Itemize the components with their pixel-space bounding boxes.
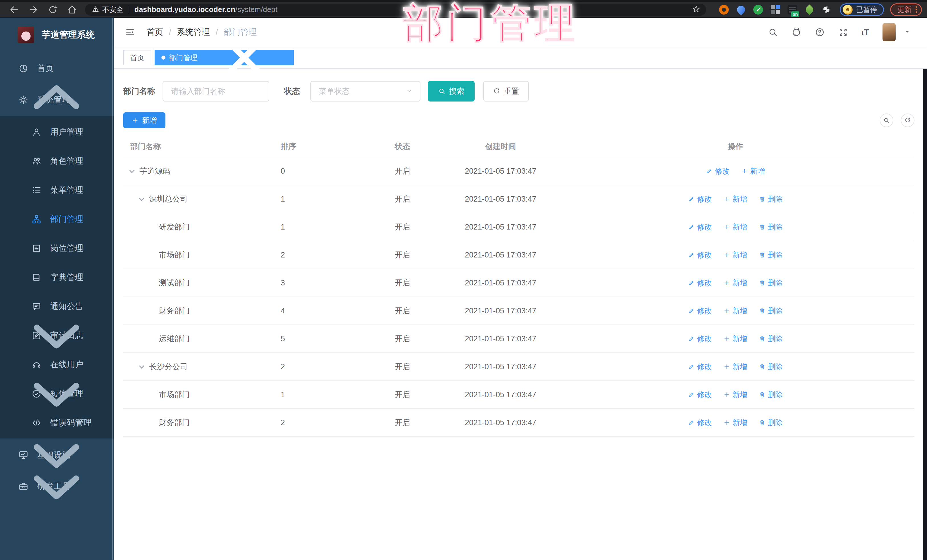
sidebar-item-短信管理[interactable]: 短信管理: [0, 379, 114, 408]
extension-blue-drop-icon[interactable]: [736, 5, 746, 15]
reset-button[interactable]: 重置: [483, 81, 529, 102]
chevron-down-icon: [14, 443, 99, 530]
sidebar-item-系统管理[interactable]: 系统管理: [0, 85, 114, 115]
tab-首页[interactable]: 首页: [123, 50, 151, 65]
expand-arrow-icon[interactable]: [139, 363, 144, 369]
table-row: 芋道源码0开启2021-01-05 17:03:47修改新增: [123, 157, 915, 185]
sidebar-item-审计日志[interactable]: 审计日志: [0, 321, 114, 350]
add-action-link[interactable]: 新增: [723, 278, 747, 288]
hamburger-icon[interactable]: [124, 26, 136, 38]
delete-action-link[interactable]: 删除: [759, 222, 783, 232]
dept-created: 2021-01-05 17:03:47: [445, 307, 556, 316]
expand-arrow-icon[interactable]: [139, 196, 144, 201]
sidebar-item-字典管理[interactable]: 字典管理: [0, 263, 114, 292]
sidebar-item-菜单管理[interactable]: 菜单管理: [0, 176, 114, 205]
trash-icon: [759, 307, 766, 314]
expand-arrow-icon[interactable]: [129, 168, 134, 173]
sidebar-item-岗位管理[interactable]: 岗位管理: [0, 234, 114, 263]
edit-icon: [688, 391, 695, 398]
edit-action-link[interactable]: 修改: [688, 390, 712, 400]
delete-action-link[interactable]: 删除: [759, 306, 783, 316]
add-action-link[interactable]: 新增: [723, 418, 747, 428]
refresh-table-button[interactable]: [901, 114, 915, 127]
dept-status: 开启: [388, 306, 445, 316]
sidebar-item-部门管理[interactable]: 部门管理: [0, 205, 114, 234]
list-icon: [31, 185, 42, 195]
breadcrumb-item: 部门管理: [223, 27, 257, 38]
address-bar[interactable]: 不安全 dashboard.yudao.iocoder.cn /system/d…: [85, 4, 706, 16]
extension-puzzle-icon[interactable]: [821, 5, 832, 15]
edit-icon: [688, 363, 695, 370]
fullscreen-icon[interactable]: [838, 27, 848, 37]
delete-action-link[interactable]: 删除: [759, 334, 783, 344]
app-title: 芋道管理系统: [42, 29, 95, 41]
browser-menu-icon[interactable]: [916, 6, 917, 13]
browser-back-button[interactable]: [8, 3, 21, 16]
edit-action-link[interactable]: 修改: [688, 334, 712, 344]
edit-action-link[interactable]: 修改: [688, 222, 712, 232]
browser-forward-button[interactable]: [27, 3, 40, 16]
add-action-link[interactable]: 新增: [723, 194, 747, 204]
main-area: 首页/系统管理/部门管理 tT 首页部门管理 部门名称 状态: [114, 18, 927, 560]
edit-action-link[interactable]: 修改: [688, 418, 712, 428]
add-action-link[interactable]: 新增: [723, 362, 747, 372]
not-secure-warning-icon: [92, 5, 99, 14]
sidebar-logo[interactable]: 芋道管理系统: [0, 18, 114, 52]
sidebar-item-角色管理[interactable]: 角色管理: [0, 147, 114, 176]
sidebar-item-研发工具[interactable]: 研发工具: [0, 472, 114, 501]
add-action-link[interactable]: 新增: [723, 334, 747, 344]
browser-reload-button[interactable]: [46, 3, 59, 16]
bookmark-star-icon[interactable]: [692, 5, 701, 15]
edit-icon: [688, 307, 695, 314]
dept-sort: 1: [274, 195, 388, 203]
sidebar-item-用户管理[interactable]: 用户管理: [0, 117, 114, 147]
delete-action-link[interactable]: 删除: [759, 418, 783, 428]
edit-action-link[interactable]: 修改: [688, 306, 712, 316]
delete-action-link[interactable]: 删除: [759, 250, 783, 260]
edit-action-link[interactable]: 修改: [688, 362, 712, 372]
add-action-link[interactable]: 新增: [723, 222, 747, 232]
plus-icon: [723, 279, 730, 286]
add-action-link[interactable]: 新增: [723, 390, 747, 400]
search-icon[interactable]: [768, 27, 778, 37]
edit-action-link[interactable]: 修改: [706, 166, 729, 176]
window-scrollbar-strip[interactable]: [923, 18, 927, 560]
edit-icon: [688, 335, 695, 342]
add-button[interactable]: 新增: [123, 112, 166, 128]
delete-action-link[interactable]: 删除: [759, 278, 783, 288]
status-select-placeholder: 菜单状态: [319, 86, 406, 96]
browser-home-button[interactable]: [65, 3, 79, 16]
add-action-link[interactable]: 新增: [741, 166, 765, 176]
table-row: 市场部门2开启2021-01-05 17:03:47修改新增删除: [123, 241, 915, 269]
edit-action-link[interactable]: 修改: [688, 278, 712, 288]
edit-action-link[interactable]: 修改: [688, 250, 712, 260]
delete-action-link[interactable]: 删除: [759, 390, 783, 400]
edit-action-link[interactable]: 修改: [688, 194, 712, 204]
search-button[interactable]: 搜索: [428, 81, 475, 102]
extension-orange-ring-icon[interactable]: [719, 5, 729, 15]
extension-green-leaf-icon[interactable]: [804, 5, 815, 15]
tab-部门管理[interactable]: 部门管理: [155, 50, 294, 65]
plus-icon: [723, 196, 730, 202]
toggle-search-button[interactable]: [880, 114, 894, 127]
avatar-caret-icon[interactable]: [904, 28, 911, 36]
delete-action-link[interactable]: 删除: [759, 362, 783, 372]
github-icon[interactable]: [791, 27, 801, 37]
profile-paused-chip[interactable]: ☻ 已暂停: [840, 3, 884, 16]
plus-icon: [132, 117, 138, 124]
help-icon[interactable]: [815, 27, 825, 37]
edit-icon: [706, 168, 713, 175]
delete-action-link[interactable]: 删除: [759, 194, 783, 204]
status-select[interactable]: 菜单状态: [310, 81, 421, 102]
add-action-link[interactable]: 新增: [723, 250, 747, 260]
breadcrumb-item[interactable]: 首页: [147, 27, 163, 38]
browser-update-button[interactable]: 更新: [890, 3, 922, 16]
add-action-link[interactable]: 新增: [723, 306, 747, 316]
font-size-icon[interactable]: tT: [862, 27, 869, 37]
extension-gray-blocks-icon[interactable]: [770, 5, 780, 15]
extension-green-check-icon[interactable]: ✓: [753, 5, 763, 15]
user-avatar[interactable]: [883, 23, 896, 41]
update-label: 更新: [897, 5, 912, 14]
breadcrumb-item[interactable]: 系统管理: [177, 27, 210, 38]
extension-dark-stack-icon[interactable]: on: [787, 5, 798, 15]
